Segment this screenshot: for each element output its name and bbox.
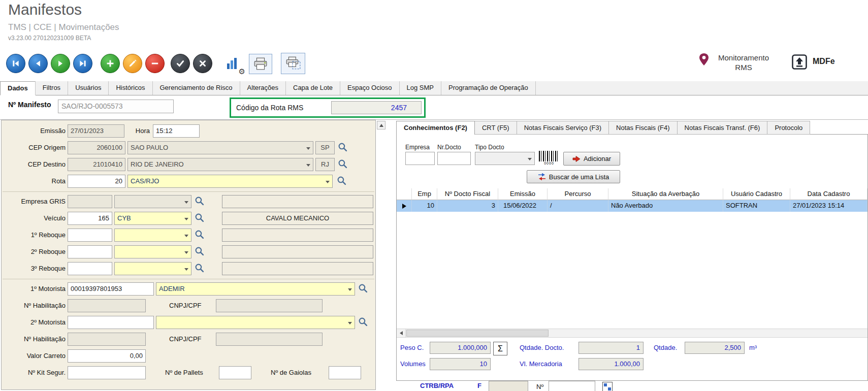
veiculo-code-field[interactable]: 165 [68,212,112,225]
row-selector-cell[interactable] [397,200,412,212]
col-docto-fiscal[interactable]: Nº Docto Fiscal [437,188,498,200]
peso-field: 1.000,000 [430,342,491,354]
next-record-button[interactable] [51,54,70,73]
tab-historicos[interactable]: Históricos [109,81,152,95]
habilitacao1-label: Nº Habilitação [4,299,66,312]
nrdocto-field[interactable] [437,152,471,165]
edit-record-button[interactable] [123,54,142,73]
rota-search-icon[interactable] [337,176,347,187]
cell-usuario[interactable]: SOFTRAN [723,200,790,212]
grid-lookup-icon[interactable] [602,382,613,391]
col-emissao[interactable]: Emissão [498,188,548,200]
motorista1-code-field[interactable]: 00019397801953 [68,282,154,296]
valor-carreto-field[interactable]: 0,00 [68,349,146,363]
sigma-button[interactable]: Σ [493,342,507,355]
table-horizontal-scrollbar[interactable] [397,329,867,338]
chart-config-button[interactable]: ⚙ [222,53,244,74]
print-button[interactable] [249,54,272,74]
rota-rms-field[interactable]: 2457 [331,101,422,114]
cell-data-cadastro[interactable]: 27/01/2023 15:14 [790,200,867,212]
motorista2-name-combo[interactable] [156,316,355,329]
tab-log-smp[interactable]: Log SMP [400,81,441,95]
tab-alteracoes[interactable]: Alterações [240,81,286,95]
qtdade-field: 2,500 [685,342,745,354]
cell-docto-fiscal[interactable]: 3 [437,200,498,212]
empresa-field[interactable] [405,152,435,165]
tab-notas-fiscais-transf[interactable]: Notas Fiscais Transf. (F6) [677,121,768,135]
col-usuario-cadastro[interactable]: Usuário Cadastro [723,188,790,200]
tab-usuarios[interactable]: Usuários [68,81,109,95]
reboque2-combo[interactable] [114,245,191,258]
reboque3-code-field[interactable] [68,262,112,275]
tab-gerenciamento-de-risco[interactable]: Gerenciamento de Risco [153,81,240,95]
reboque1-search-icon[interactable] [195,230,205,241]
tab-programacao-de-operacao[interactable]: Programação de Operação [441,81,536,95]
first-record-button[interactable] [6,54,25,73]
tab-dados[interactable]: Dados [0,81,36,95]
veiculo-search-icon[interactable] [195,213,205,224]
mdfe-button[interactable] [790,53,809,71]
scrollbar-thumb[interactable] [406,330,549,337]
add-record-button[interactable] [101,54,120,73]
cancel-button[interactable] [193,54,212,73]
adicionar-button[interactable]: Adicionar [563,152,620,166]
hora-field[interactable]: 15:12 [153,124,200,138]
motorista1-search-icon[interactable] [358,283,368,295]
cell-situacao[interactable]: Não Averbado [608,200,723,212]
delete-record-button[interactable] [145,54,165,73]
cell-emissao[interactable]: 15/06/2022 [498,200,548,212]
scroll-left-button[interactable] [397,329,406,337]
cell-percurso[interactable]: / [548,200,608,212]
col-percurso[interactable]: Percurso [548,188,608,200]
tipodocto-combo[interactable] [475,152,535,165]
veiculo-plate-combo[interactable]: CYB [114,212,191,225]
reboque3-combo[interactable] [114,262,191,275]
pallets-field[interactable] [219,366,251,379]
cep-origem-search-icon[interactable] [338,142,348,153]
rota-combo[interactable]: CAS/RJO [127,175,333,188]
reboque1-code-field[interactable] [68,229,112,242]
map-pin-icon [698,53,710,68]
tab-notas-fiscais-servico[interactable]: Notas Fiscais Serviço (F3) [517,121,609,135]
chevron-down-icon [184,268,188,271]
reboque2-search-icon[interactable] [195,246,205,257]
cell-emp[interactable]: 10 [412,200,437,212]
ctrb-no-field[interactable] [549,381,595,391]
last-record-button[interactable] [73,54,92,73]
motorista1-name-combo[interactable]: ADEMIR [156,282,355,296]
main-tabstrip: Dados Filtros Usuários Históricos Gerenc… [0,81,868,95]
kit-segur-field[interactable] [68,366,146,379]
empresa-gris-search-icon[interactable] [195,196,205,207]
tab-protocolo[interactable]: Protocolo [767,121,810,135]
reboque3-search-icon[interactable] [195,263,205,274]
col-situacao-averbacao[interactable]: Situação da Averbação [608,188,723,200]
manifesto-number-field[interactable]: SAO/RJO-0005573 [58,100,174,113]
monitoramento-rms-button[interactable] [697,52,711,69]
col-emp[interactable]: Emp [412,188,437,200]
cep-destino-search-icon[interactable] [338,159,348,170]
reboque2-code-field[interactable] [68,245,112,258]
reboque1-combo[interactable] [114,229,191,242]
motorista2-search-icon[interactable] [358,317,368,328]
tab-filtros[interactable]: Filtros [36,81,68,95]
tab-conhecimentos[interactable]: Conhecimentos (F2) [396,121,475,135]
barcode-button[interactable]: 0000 [539,151,559,166]
tab-notas-fiscais[interactable]: Notas Fiscais (F4) [608,121,677,135]
tipodocto-label: Tipo Docto [475,144,504,151]
tab-crt[interactable]: CRT (F5) [474,121,517,135]
tab-capa-de-lote[interactable]: Capa de Lote [286,81,340,95]
confirm-button[interactable] [171,54,190,73]
qtd-docto-field: 1 [578,342,644,354]
scroll-up-button[interactable] [377,121,385,129]
table-row[interactable]: 10 3 15/06/2022 / Não Averbado SOFTRAN 2… [397,200,867,212]
gaiolas-field[interactable] [329,366,361,379]
col-data-cadastro[interactable]: Data Cadastro [790,188,867,200]
print-preview-button[interactable] [281,53,305,74]
tab-espaco-ocioso[interactable]: Espaço Ocioso [340,81,399,95]
monitoramento-rms-label[interactable]: Monitoramento RMS [713,53,774,72]
buscar-lista-button[interactable]: Buscar de uma Lista [527,170,620,183]
mdfe-label[interactable]: MDFe [813,57,835,66]
previous-record-button[interactable] [28,54,48,73]
rota-code-field[interactable]: 20 [68,175,125,188]
motorista2-code-field[interactable] [68,316,154,329]
